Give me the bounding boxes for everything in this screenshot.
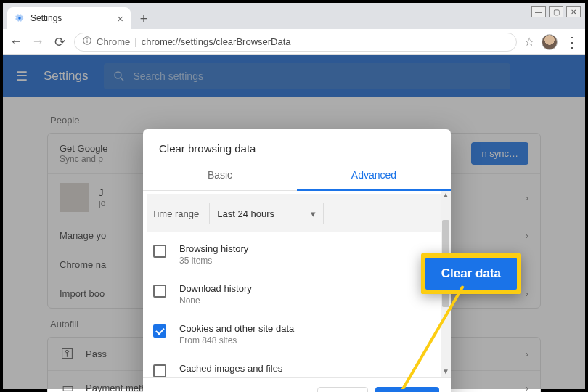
svg-point-2 — [86, 38, 88, 40]
dialog-title: Clear browsing data — [143, 129, 451, 162]
option-title: Cached images and files — [179, 363, 282, 374]
new-tab-button[interactable]: + — [134, 9, 154, 29]
browser-tab-settings[interactable]: Settings × — [7, 7, 131, 29]
cancel-button[interactable]: Cancel — [317, 387, 368, 392]
clear-data-option[interactable]: Browsing history35 items — [149, 234, 445, 274]
tab-title: Settings — [30, 13, 62, 23]
option-title: Browsing history — [179, 243, 248, 254]
time-range-select[interactable]: Last 24 hours ▾ — [209, 203, 324, 224]
callout-label: Clear data — [425, 258, 517, 290]
checkbox[interactable] — [153, 285, 166, 298]
clear-data-button[interactable]: Clear data — [375, 387, 439, 392]
svg-rect-3 — [86, 40, 87, 43]
back-button[interactable]: ← — [9, 34, 23, 49]
close-icon[interactable]: × — [117, 12, 123, 25]
option-sub: From 848 sites — [179, 335, 294, 346]
window-minimize-button[interactable]: — — [531, 6, 546, 17]
window-close-button[interactable]: ✕ — [566, 6, 581, 17]
clear-data-callout: Clear data — [421, 253, 521, 294]
option-title: Download history — [179, 283, 252, 294]
gear-icon — [15, 13, 25, 23]
scroll-down-icon[interactable]: ▼ — [441, 367, 451, 377]
chrome-info-icon — [82, 36, 92, 48]
checkbox[interactable] — [153, 364, 166, 377]
url-path: chrome://settings/clearBrowserData — [142, 36, 291, 47]
time-range-label: Time range — [149, 208, 199, 219]
address-bar: ← → ⟳ Chrome | chrome://settings/clearBr… — [3, 29, 585, 55]
option-title: Cookies and other site data — [179, 323, 294, 334]
omnibox[interactable]: Chrome | chrome://settings/clearBrowserD… — [74, 33, 517, 52]
window-maximize-button[interactable]: ▢ — [549, 6, 563, 17]
scroll-up-icon[interactable]: ▲ — [441, 191, 451, 201]
reload-button[interactable]: ⟳ — [52, 34, 67, 50]
option-sub: Less than 51.1 MB — [179, 375, 282, 377]
option-sub: 35 items — [179, 256, 248, 266]
clear-data-option[interactable]: Cached images and filesLess than 51.1 MB — [149, 354, 445, 377]
browser-menu-icon[interactable]: ⋮ — [565, 38, 579, 46]
clear-data-option[interactable]: Cookies and other site dataFrom 848 site… — [149, 314, 445, 354]
clear-browsing-data-dialog: Clear browsing data Basic Advanced Time … — [143, 129, 451, 392]
chevron-down-icon: ▾ — [311, 208, 316, 219]
tab-strip: Settings × + — [3, 3, 585, 29]
checkbox[interactable] — [153, 324, 166, 338]
clear-data-option[interactable]: Download historyNone — [149, 274, 445, 314]
forward-button: → — [30, 34, 45, 49]
tab-basic[interactable]: Basic — [143, 162, 297, 191]
url-scheme-label: Chrome — [97, 36, 130, 47]
checkbox[interactable] — [153, 245, 166, 258]
option-sub: None — [179, 295, 252, 306]
profile-avatar[interactable] — [542, 34, 558, 50]
bookmark-star-icon[interactable]: ☆ — [524, 35, 534, 49]
time-range-value: Last 24 hours — [217, 208, 274, 219]
tab-advanced[interactable]: Advanced — [297, 162, 451, 191]
